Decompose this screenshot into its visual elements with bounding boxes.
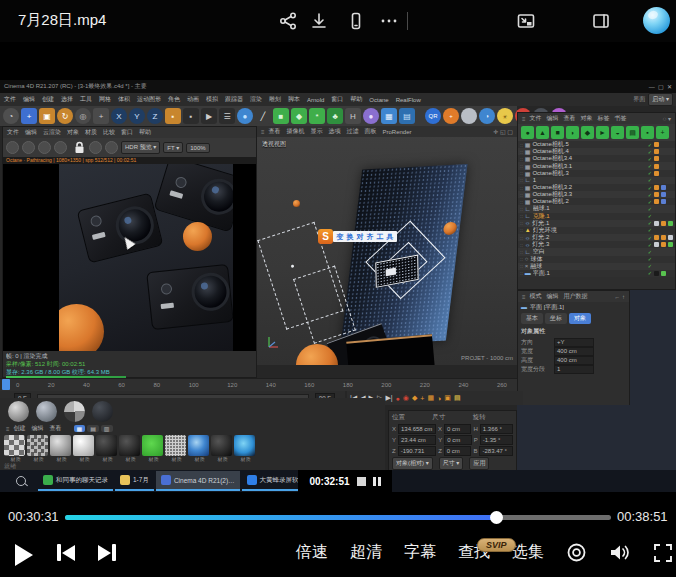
object-tag[interactable]: [654, 142, 659, 147]
toolbar-icon[interactable]: ▪: [165, 108, 181, 124]
menu-item[interactable]: 过滤: [347, 127, 359, 136]
menu-item[interactable]: 帮助: [139, 128, 151, 137]
prop-value[interactable]: +Y: [554, 338, 594, 347]
render-icon[interactable]: [461, 108, 477, 124]
transport-button[interactable]: ◆: [412, 394, 417, 402]
octane-tool-icon[interactable]: ●: [521, 126, 534, 139]
menu-item[interactable]: 运动图形: [137, 95, 161, 104]
object-tag[interactable]: [654, 164, 659, 169]
menu-item[interactable]: 查看: [269, 127, 281, 136]
episodes-button[interactable]: 选集: [512, 542, 544, 563]
object-tag[interactable]: [661, 149, 666, 154]
quality-button[interactable]: 超清: [350, 542, 382, 563]
toolbar-icon[interactable]: ▪: [183, 108, 199, 124]
material-item[interactable]: 材质: [234, 435, 257, 462]
menu-item[interactable]: 编辑: [547, 114, 559, 123]
menu-item[interactable]: RealFlow: [396, 97, 421, 103]
plugin-button[interactable]: 具: [387, 232, 394, 242]
object-tag[interactable]: [661, 185, 666, 190]
size-field[interactable]: 0 cm: [444, 446, 472, 456]
object-tag[interactable]: [668, 185, 673, 190]
menu-item[interactable]: 选择: [61, 95, 73, 104]
transport-button[interactable]: ●: [396, 395, 400, 402]
object-tag[interactable]: [654, 178, 659, 183]
menu-item[interactable]: 文件: [7, 128, 19, 137]
object-tag[interactable]: [661, 178, 666, 183]
material-item[interactable]: 材质: [142, 435, 165, 462]
menu-item[interactable]: 动画: [187, 95, 199, 104]
hdr-dropdown[interactable]: HDR 预览 ▾: [121, 141, 160, 154]
object-tag[interactable]: [668, 192, 673, 197]
toolbar-icon[interactable]: ●: [363, 108, 379, 124]
enabled-check[interactable]: ✓: [648, 199, 652, 205]
toolbar-icon[interactable]: ▣: [39, 108, 55, 124]
object-tag[interactable]: [668, 142, 673, 147]
menu-item[interactable]: 显示: [311, 127, 323, 136]
rotation-field[interactable]: -283.47 °: [479, 446, 513, 456]
object-row[interactable]: :: ▦ Octane相机.3 ✓: [518, 170, 675, 177]
object-tag[interactable]: [661, 221, 666, 226]
object-tag[interactable]: [661, 142, 666, 147]
menu-item[interactable]: 材质: [85, 128, 97, 137]
menu-item[interactable]: 跟踪器: [225, 95, 243, 104]
menu-item[interactable]: 渲染: [250, 95, 262, 104]
enabled-check[interactable]: ✓: [648, 163, 652, 169]
object-tag[interactable]: [654, 249, 659, 254]
object-tag[interactable]: [668, 214, 673, 219]
enabled-check[interactable]: ✓: [648, 170, 652, 176]
toolbar-icon[interactable]: +: [21, 108, 37, 124]
menu-item[interactable]: 标签: [598, 114, 610, 123]
object-tag[interactable]: [661, 156, 666, 161]
octane-tool-icon[interactable]: ◆: [581, 126, 594, 139]
render-icon[interactable]: QR: [425, 108, 441, 124]
enabled-check[interactable]: ✓: [648, 149, 652, 155]
prop-value[interactable]: 1: [554, 365, 594, 374]
menu-item[interactable]: 脚本: [288, 95, 300, 104]
visibility-dots[interactable]: ::: [520, 206, 523, 212]
object-tag[interactable]: [654, 271, 659, 276]
avatar[interactable]: [643, 7, 670, 34]
coord-size-dropdown[interactable]: 尺寸 ▾: [439, 457, 464, 470]
octane-tool-icon[interactable]: ◒: [611, 126, 624, 139]
object-tag[interactable]: [654, 221, 659, 226]
render-icon[interactable]: +: [443, 108, 459, 124]
prop-value[interactable]: 400 cm: [554, 356, 594, 365]
transport-button[interactable]: ▣: [444, 394, 451, 402]
enabled-check[interactable]: ✓: [648, 142, 652, 148]
subtitles-button[interactable]: 字幕: [404, 542, 436, 563]
toolbar-icon[interactable]: Z: [147, 108, 163, 124]
visibility-dots[interactable]: ::: [520, 227, 523, 233]
visibility-dots[interactable]: ::: [520, 142, 523, 148]
lv-tool-icon[interactable]: [22, 141, 35, 154]
octane-tool-icon[interactable]: ◗: [566, 126, 579, 139]
transport-button[interactable]: +: [420, 395, 424, 402]
attr-nav-icons[interactable]: ← ↑: [614, 294, 625, 300]
object-tag[interactable]: [654, 235, 659, 240]
object-tag[interactable]: [668, 235, 673, 240]
plugin-button[interactable]: 换: [347, 232, 354, 242]
object-tag[interactable]: [654, 192, 659, 197]
object-name[interactable]: 平面.1: [533, 269, 646, 278]
menu-item[interactable]: 摄像机: [287, 127, 305, 136]
menu-item[interactable]: 比较: [103, 128, 115, 137]
visibility-dots[interactable]: ::: [520, 263, 523, 269]
visibility-dots[interactable]: ::: [520, 192, 523, 198]
object-tag[interactable]: [668, 156, 673, 161]
menu-item[interactable]: 文件: [530, 114, 542, 123]
object-tag[interactable]: [654, 214, 659, 219]
coord-mode-dropdown[interactable]: 对象(相对) ▾: [392, 457, 433, 470]
toolbar-icon[interactable]: *: [309, 108, 325, 124]
render-icon[interactable]: ☀: [497, 108, 513, 124]
object-tag[interactable]: [661, 271, 666, 276]
lv-tool-icon[interactable]: [105, 141, 118, 154]
toolbar-icon[interactable]: ●: [237, 108, 253, 124]
octane-tool-icon[interactable]: +: [656, 126, 669, 139]
object-tag[interactable]: [661, 264, 666, 269]
object-name[interactable]: Octane相机.3: [532, 169, 645, 178]
object-tag[interactable]: [661, 249, 666, 254]
enabled-check[interactable]: ✓: [648, 177, 652, 183]
object-tag[interactable]: [668, 271, 673, 276]
material-view-tab[interactable]: ▦: [74, 425, 86, 432]
transport-button[interactable]: ▦: [427, 394, 434, 402]
object-tag[interactable]: [661, 214, 666, 219]
